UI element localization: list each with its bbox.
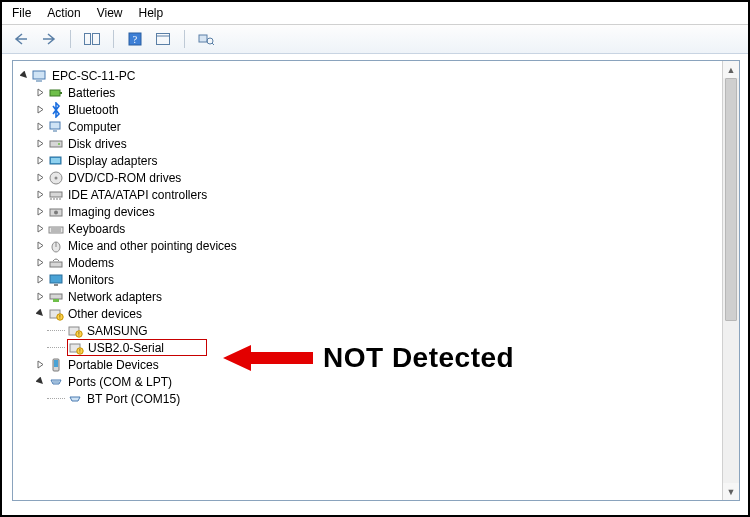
tree-node-monitors[interactable]: Monitors <box>17 271 735 288</box>
port-icon <box>67 391 83 407</box>
tree-root[interactable]: EPC-SC-11-PC <box>17 67 735 84</box>
menu-bar: File Action View Help <box>2 2 748 25</box>
highlighted-device: ! USB2.0-Serial <box>67 339 207 356</box>
forward-button[interactable] <box>38 29 60 49</box>
window-icon <box>156 33 170 45</box>
expand-icon[interactable] <box>35 240 46 251</box>
tree-node-samsung[interactable]: ! SAMSUNG <box>17 322 735 339</box>
tree-node-bluetooth[interactable]: Bluetooth <box>17 101 735 118</box>
tree-node-label: IDE ATA/ATAPI controllers <box>68 188 207 202</box>
tree-node-label: USB2.0-Serial <box>88 341 164 355</box>
svg-rect-33 <box>50 262 62 267</box>
expand-icon[interactable] <box>35 291 46 302</box>
scan-hardware-button[interactable] <box>195 29 217 49</box>
svg-rect-36 <box>50 294 62 299</box>
toolbar: ? <box>2 25 748 54</box>
expand-icon[interactable] <box>35 257 46 268</box>
tree-node-usb-serial[interactable]: ! USB2.0-Serial <box>17 339 735 356</box>
expand-icon[interactable] <box>35 189 46 200</box>
svg-rect-37 <box>53 299 59 302</box>
tree-node-ide[interactable]: IDE ATA/ATAPI controllers <box>17 186 735 203</box>
tree-node-label: Disk drives <box>68 137 127 151</box>
menu-file[interactable]: File <box>12 6 31 20</box>
svg-point-49 <box>53 381 54 382</box>
tree-node-modems[interactable]: Modems <box>17 254 735 271</box>
show-hide-console-button[interactable] <box>81 29 103 49</box>
keyboard-icon <box>48 221 64 237</box>
expand-icon[interactable] <box>35 359 46 370</box>
tree-connector <box>47 390 67 407</box>
svg-point-16 <box>58 143 60 145</box>
svg-point-27 <box>54 210 58 214</box>
tree-node-label: Portable Devices <box>68 358 159 372</box>
tree-node-label: Display adapters <box>68 154 157 168</box>
scroll-down-button[interactable]: ▼ <box>723 483 739 500</box>
tree-node-label: Imaging devices <box>68 205 155 219</box>
tree-node-batteries[interactable]: Batteries <box>17 84 735 101</box>
svg-point-50 <box>55 381 56 382</box>
tree-node-network[interactable]: Network adapters <box>17 288 735 305</box>
tree-node-label: Network adapters <box>68 290 162 304</box>
tree-node-other-devices[interactable]: ! Other devices <box>17 305 735 322</box>
vertical-scrollbar[interactable]: ▲ ▼ <box>722 61 739 500</box>
expand-icon[interactable] <box>35 121 46 132</box>
svg-rect-21 <box>50 192 62 197</box>
menu-action[interactable]: Action <box>47 6 80 20</box>
collapse-icon[interactable] <box>35 376 46 387</box>
expand-icon[interactable] <box>35 155 46 166</box>
tree-node-ports[interactable]: Ports (COM & LPT) <box>17 373 735 390</box>
svg-line-8 <box>212 43 214 45</box>
svg-point-51 <box>57 381 58 382</box>
computer-root-icon <box>32 68 48 84</box>
expand-icon[interactable] <box>35 104 46 115</box>
scroll-track[interactable] <box>723 78 739 483</box>
help-icon: ? <box>128 32 142 46</box>
scroll-up-button[interactable]: ▲ <box>723 61 739 78</box>
controller-icon <box>48 187 64 203</box>
battery-icon <box>48 85 64 101</box>
scan-icon <box>198 32 214 46</box>
collapse-icon[interactable] <box>19 70 30 81</box>
menu-help[interactable]: Help <box>139 6 164 20</box>
tree-node-bt-port[interactable]: BT Port (COM15) <box>17 390 735 407</box>
expand-icon[interactable] <box>35 206 46 217</box>
expand-icon[interactable] <box>35 87 46 98</box>
tree-node-dvd[interactable]: DVD/CD-ROM drives <box>17 169 735 186</box>
help-button[interactable]: ? <box>124 29 146 49</box>
svg-rect-1 <box>93 34 100 45</box>
properties-button[interactable] <box>152 29 174 49</box>
device-tree[interactable]: EPC-SC-11-PC Batteries Bluetooth <box>13 61 739 413</box>
svg-rect-28 <box>49 227 63 233</box>
arrow-left-icon <box>14 33 28 45</box>
camera-icon <box>48 204 64 220</box>
tree-node-label: Bluetooth <box>68 103 119 117</box>
tree-node-disk-drives[interactable]: Disk drives <box>17 135 735 152</box>
tree-node-mice[interactable]: Mice and other pointing devices <box>17 237 735 254</box>
svg-rect-12 <box>60 92 62 94</box>
back-button[interactable] <box>10 29 32 49</box>
monitor-icon <box>48 272 64 288</box>
tree-node-keyboards[interactable]: Keyboards <box>17 220 735 237</box>
expand-icon[interactable] <box>35 223 46 234</box>
tree-node-portable[interactable]: Portable Devices <box>17 356 735 373</box>
svg-rect-10 <box>36 80 42 82</box>
tree-node-label: SAMSUNG <box>87 324 148 338</box>
expand-icon[interactable] <box>35 172 46 183</box>
scroll-thumb[interactable] <box>725 78 737 321</box>
dvd-icon <box>48 170 64 186</box>
expand-icon[interactable] <box>35 138 46 149</box>
collapse-icon[interactable] <box>35 308 46 319</box>
menu-view[interactable]: View <box>97 6 123 20</box>
tree-node-display-adapters[interactable]: Display adapters <box>17 152 735 169</box>
tree-node-label: Other devices <box>68 307 142 321</box>
tree-root-label: EPC-SC-11-PC <box>52 69 135 83</box>
tree-node-label: Monitors <box>68 273 114 287</box>
expand-icon[interactable] <box>35 274 46 285</box>
svg-rect-14 <box>53 130 57 132</box>
tree-node-label: Computer <box>68 120 121 134</box>
tree-node-computer[interactable]: Computer <box>17 118 735 135</box>
tree-node-imaging[interactable]: Imaging devices <box>17 203 735 220</box>
tree-node-label: Modems <box>68 256 114 270</box>
svg-text:?: ? <box>133 34 138 45</box>
svg-rect-15 <box>50 141 62 147</box>
